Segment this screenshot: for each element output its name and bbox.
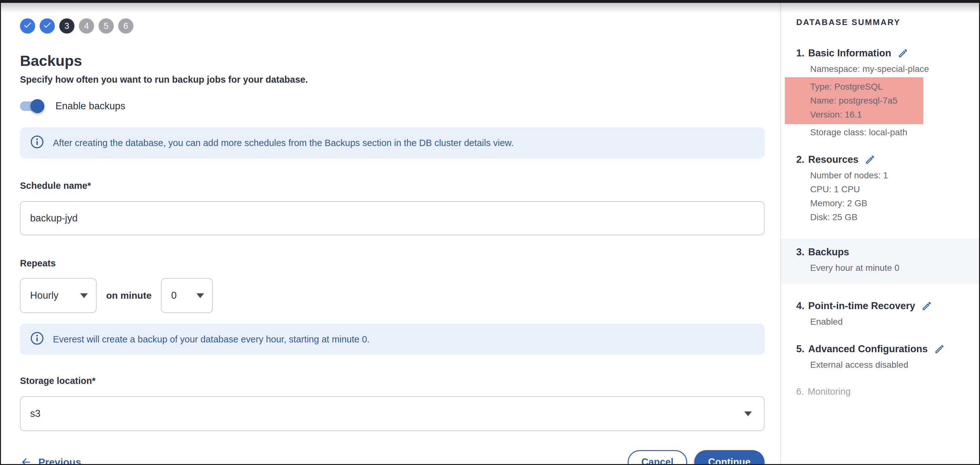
wizard-stepper: 3 4 5 6 <box>20 18 765 33</box>
step-2-completed[interactable] <box>40 18 55 33</box>
summary-section-advanced-configurations: 5. Advanced Configurations External acce… <box>796 343 979 372</box>
detail-line: Every hour at minute 0 <box>810 261 979 275</box>
info-icon <box>30 135 44 151</box>
caret-down-icon <box>744 411 752 416</box>
schedule-name-label: Schedule name* <box>20 181 765 191</box>
step-6: 6 <box>118 18 134 33</box>
frequency-info-alert: Everest will create a backup of your dat… <box>20 324 765 355</box>
section-heading: 5. Advanced Configurations <box>796 343 979 355</box>
previous-label: Previous <box>38 457 81 465</box>
step-5: 5 <box>99 18 114 33</box>
detail-line: Namespace: my-special-place <box>810 62 979 76</box>
step-4: 4 <box>79 18 94 33</box>
database-summary-sidebar: DATABASE SUMMARY 1. Basic Information Na… <box>780 3 979 464</box>
section-heading: 2. Resources <box>796 154 979 165</box>
step-number: 3 <box>64 21 69 31</box>
step-1-completed[interactable] <box>20 18 35 33</box>
section-title: Monitoring <box>808 386 850 397</box>
detail-line: Memory: 2 GB <box>810 197 979 210</box>
detail-line: Type: PostgreSQL <box>810 80 923 94</box>
schedule-name-input[interactable] <box>20 201 765 235</box>
pencil-icon <box>921 301 932 311</box>
detail-line: Number of nodes: 1 <box>810 168 979 183</box>
section-number: 5. <box>796 343 805 355</box>
section-title: Resources <box>808 154 859 165</box>
section-details: Number of nodes: 1 CPU: 1 CPU Memory: 2 … <box>810 168 979 224</box>
storage-location-label: Storage location* <box>20 376 765 386</box>
section-title: Basic Information <box>808 48 891 59</box>
alert-text: Everest will create a backup of your dat… <box>53 334 369 344</box>
summary-section-pitr: 4. Point-in-time Recovery Enabled <box>796 300 979 329</box>
detail-line: Name: postgresql-7a5 <box>810 94 923 108</box>
storage-location-select[interactable]: s3 <box>20 396 765 431</box>
section-number: 2. <box>796 154 805 165</box>
highlighted-details-block: Type: PostgreSQL Name: postgresql-7a5 Ve… <box>785 77 923 124</box>
section-title: Advanced Configurations <box>808 343 928 355</box>
wizard-footer: Previous Cancel Continue <box>20 450 765 465</box>
enable-backups-label: Enable backups <box>56 100 126 112</box>
repeats-row: Hourly on minute 0 <box>20 278 765 313</box>
detail-line: Storage class: local-path <box>810 125 979 140</box>
section-heading: 4. Point-in-time Recovery <box>796 300 979 312</box>
minute-select[interactable]: 0 <box>161 278 213 313</box>
detail-line: Disk: 25 GB <box>810 210 979 224</box>
continue-button[interactable]: Continue <box>694 450 765 465</box>
edit-basic-information-button[interactable] <box>897 48 908 59</box>
storage-location-value: s3 <box>30 408 41 419</box>
enable-backups-row: Enable backups <box>20 99 765 113</box>
info-icon <box>30 331 44 348</box>
arrow-left-icon <box>20 456 32 465</box>
section-number: 3. <box>796 246 805 258</box>
pencil-icon <box>897 48 908 59</box>
detail-line: CPU: 1 CPU <box>810 183 979 197</box>
section-heading: 3. Backups <box>796 246 979 258</box>
check-icon <box>23 20 32 32</box>
page-title: Backups <box>20 52 765 69</box>
footer-actions: Cancel Continue <box>628 450 765 465</box>
repeats-select[interactable]: Hourly <box>20 278 97 313</box>
pencil-icon <box>865 154 875 165</box>
pencil-icon <box>934 344 945 354</box>
section-number: 6. <box>796 386 804 397</box>
wizard-main-panel: 3 4 5 6 Backups Specify how often you wa… <box>20 0 765 465</box>
on-minute-label: on minute <box>106 290 151 301</box>
section-number: 1. <box>796 48 805 59</box>
section-heading: 6. Monitoring <box>796 386 979 397</box>
detail-line: External access disabled <box>810 358 979 372</box>
section-details: Every hour at minute 0 <box>810 261 979 275</box>
summary-section-basic-information: 1. Basic Information Namespace: my-speci… <box>796 48 979 140</box>
section-details: Namespace: my-special-place Type: Postgr… <box>810 62 979 140</box>
section-heading: 1. Basic Information <box>796 48 979 59</box>
section-title: Backups <box>808 246 849 258</box>
repeats-label: Repeats <box>20 258 765 268</box>
sidebar-title: DATABASE SUMMARY <box>796 17 979 27</box>
detail-line: Enabled <box>810 315 979 329</box>
caret-down-icon <box>80 293 88 298</box>
check-icon <box>43 20 52 32</box>
step-number: 5 <box>103 21 108 31</box>
alert-text: After creating the database, you can add… <box>53 138 514 148</box>
enable-backups-toggle[interactable] <box>20 99 45 113</box>
caret-down-icon <box>196 293 204 298</box>
edit-pitr-button[interactable] <box>921 301 932 311</box>
detail-line: Version: 16.1 <box>810 108 923 122</box>
repeats-value: Hourly <box>30 290 59 301</box>
minute-value: 0 <box>171 290 177 301</box>
schedules-info-alert: After creating the database, you can add… <box>20 127 765 159</box>
section-title: Point-in-time Recovery <box>808 300 915 312</box>
edit-resources-button[interactable] <box>865 154 875 165</box>
step-number: 4 <box>84 21 89 31</box>
cancel-button[interactable]: Cancel <box>628 450 687 465</box>
toggle-thumb <box>30 99 45 113</box>
page-subtitle: Specify how often you want to run backup… <box>20 75 765 85</box>
summary-sections: 1. Basic Information Namespace: my-speci… <box>796 48 979 397</box>
section-details: Enabled <box>810 315 979 329</box>
step-number: 6 <box>123 21 128 31</box>
section-number: 4. <box>796 300 805 312</box>
section-details: External access disabled <box>810 358 979 372</box>
summary-section-resources: 2. Resources Number of nodes: 1 CPU: 1 C… <box>796 154 979 224</box>
edit-advanced-configurations-button[interactable] <box>934 344 945 354</box>
summary-section-backups-active: 3. Backups Every hour at minute 0 <box>781 239 979 284</box>
previous-button[interactable]: Previous <box>20 456 81 465</box>
summary-section-monitoring: 6. Monitoring <box>796 386 979 397</box>
